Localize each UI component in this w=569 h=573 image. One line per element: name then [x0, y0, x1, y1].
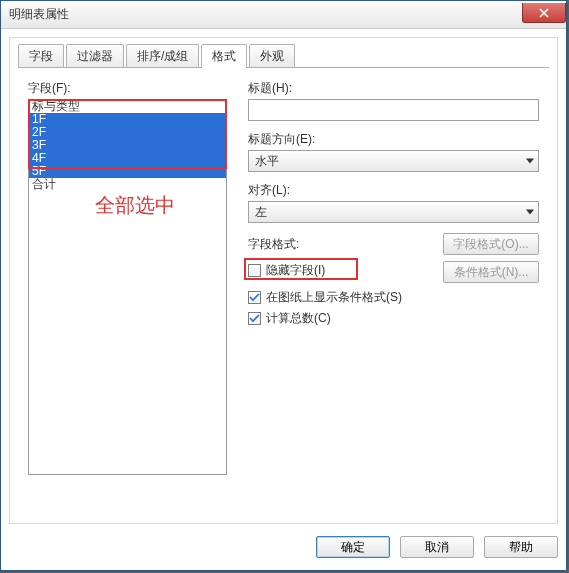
chevron-down-icon [526, 210, 534, 215]
list-item[interactable]: 标与类型 [29, 100, 226, 113]
button-label: 确定 [341, 540, 365, 554]
title-text: 明细表属性 [9, 6, 69, 23]
button-label: 条件格式(N)... [454, 265, 529, 279]
align-combo[interactable]: 左 [248, 201, 539, 223]
hide-field-label: 隐藏字段(I) [266, 262, 325, 279]
help-button[interactable]: 帮助 [484, 536, 558, 558]
tab-strip: 字段 过滤器 排序/成组 格式 外观 [18, 44, 549, 68]
field-format-label: 字段格式: [248, 236, 443, 253]
list-item[interactable]: 3F [29, 139, 226, 152]
annotation-text: 全部选中 [95, 192, 175, 219]
show-cond-format-label: 在图纸上显示条件格式(S) [266, 289, 402, 306]
tab-label: 外观 [260, 49, 284, 63]
list-item[interactable]: 2F [29, 126, 226, 139]
cancel-button[interactable]: 取消 [400, 536, 474, 558]
orientation-label: 标题方向(E): [248, 131, 539, 148]
orientation-combo[interactable]: 水平 [248, 150, 539, 172]
list-item[interactable]: 4F [29, 152, 226, 165]
tab-filters[interactable]: 过滤器 [66, 44, 124, 68]
list-item[interactable]: 1F [29, 113, 226, 126]
chevron-down-icon [526, 159, 534, 164]
calc-total-checkbox[interactable] [248, 312, 261, 325]
fields-listbox[interactable]: 标与类型1F2F3F4F5F合计 全部选中 [28, 99, 227, 475]
calc-total-label: 计算总数(C) [266, 310, 331, 327]
button-label: 帮助 [509, 540, 533, 554]
titlebar[interactable]: 明细表属性 [1, 1, 566, 29]
fields-column: 字段(F): 标与类型1F2F3F4F5F合计 全部选中 [28, 80, 228, 475]
list-item[interactable]: 5F [29, 165, 226, 178]
dialog-detail-table-props: 明细表属性 字段 过滤器 排序/成组 格式 外观 字段(F): 标与类型1F2F… [0, 0, 567, 571]
button-label: 取消 [425, 540, 449, 554]
tab-fields[interactable]: 字段 [18, 44, 64, 68]
orientation-value: 水平 [255, 153, 279, 170]
format-panel: 字段(F): 标与类型1F2F3F4F5F合计 全部选中 标题(H): 标题方向… [18, 68, 549, 515]
tab-label: 过滤器 [77, 49, 113, 63]
tab-label: 排序/成组 [137, 49, 188, 63]
hide-field-checkbox[interactable] [248, 264, 261, 277]
close-button[interactable] [522, 3, 566, 23]
conditional-format-button[interactable]: 条件格式(N)... [443, 261, 539, 283]
ok-button[interactable]: 确定 [316, 536, 390, 558]
tab-label: 字段 [29, 49, 53, 63]
tab-label: 格式 [212, 49, 236, 63]
client-area: 字段 过滤器 排序/成组 格式 外观 字段(F): 标与类型1F2F3F4F5F… [9, 37, 558, 524]
fields-label: 字段(F): [28, 80, 228, 97]
button-label: 字段格式(O)... [453, 237, 528, 251]
align-value: 左 [255, 204, 267, 221]
format-options: 标题(H): 标题方向(E): 水平 对齐(L): 左 [248, 80, 539, 331]
title-label: 标题(H): [248, 80, 539, 97]
title-input[interactable] [248, 99, 539, 121]
dialog-footer: 确定 取消 帮助 [9, 532, 558, 562]
align-label: 对齐(L): [248, 182, 539, 199]
tab-appearance[interactable]: 外观 [249, 44, 295, 68]
show-cond-format-checkbox[interactable] [248, 291, 261, 304]
list-item[interactable]: 合计 [29, 178, 226, 191]
tab-format[interactable]: 格式 [201, 44, 247, 68]
tab-sort-group[interactable]: 排序/成组 [126, 44, 199, 68]
close-icon [539, 8, 549, 18]
field-format-button[interactable]: 字段格式(O)... [443, 233, 539, 255]
